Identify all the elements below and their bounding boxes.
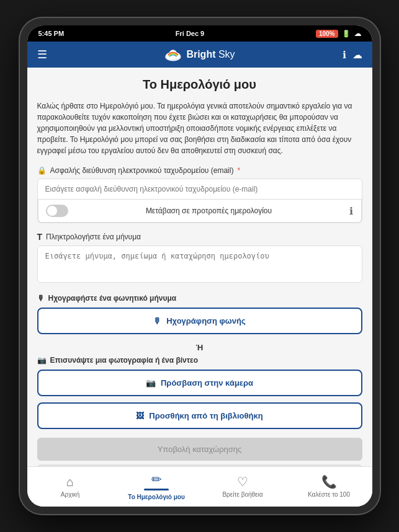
help-icon: ♡ [237, 474, 248, 489]
cloud-header-icon[interactable]: ☁ [352, 49, 362, 61]
main-content: Το Ημερολόγιό μου Καλώς ήρθατε στο Ημερο… [27, 68, 372, 466]
record-audio-button[interactable]: 🎙 Ηχογράφηση φωνής [37, 308, 362, 334]
library-btn-icon: 🖼 [136, 411, 144, 420]
library-btn-label: Προσθήκη από τη βιβλιοθήκη [149, 411, 262, 420]
text-label: T Πληκτρολογήστε ένα μήνυμα [37, 232, 362, 242]
photo-label: 📷 Επισυνάψτε μια φωτογραφία ή ένα βίντεο [37, 356, 362, 365]
text-icon: T [37, 232, 43, 242]
battery-icon: 🔋 [342, 30, 351, 38]
lock-icon: 🔒 [37, 166, 47, 175]
audio-label: 🎙 Ηχογραφήστε ένα φωνητικό μήνυμα [37, 294, 362, 303]
library-button[interactable]: 🖼 Προσθήκη από τη βιβλιοθήκη [37, 402, 362, 429]
toggle-knob [47, 206, 57, 216]
camera-label-icon: 📷 [37, 356, 47, 365]
brand-thin: Sky [215, 49, 235, 60]
text-message-section: T Πληκτρολογήστε ένα μήνυμα [37, 232, 362, 285]
mic-btn-icon: 🎙 [153, 316, 161, 326]
status-time: 5:45 PM [38, 30, 65, 37]
home-icon: ⌂ [66, 475, 74, 489]
email-input[interactable] [38, 179, 362, 200]
journal-toggle[interactable] [46, 205, 68, 217]
mic-icon: 🎙 [37, 294, 45, 303]
text-message-input[interactable] [37, 246, 362, 283]
email-label: 🔒 Ασφαλής διεύθυνση ηλεκτρονικού ταχυδρο… [37, 166, 362, 175]
camera-btn-icon: 📷 [146, 378, 156, 388]
info-header-icon[interactable]: ℹ [343, 49, 346, 61]
nav-label-home: Αρχική [61, 491, 79, 498]
brand-bold: Bright [186, 49, 215, 60]
intro-text: Καλώς ήρθατε στο Ημερολόγιό μου. Τα ημερ… [37, 100, 362, 156]
photo-section: 📷 Επισυνάψτε μια φωτογραφία ή ένα βίντεο… [37, 356, 362, 429]
nav-item-call[interactable]: 📞 Καλέστε το 100 [286, 474, 372, 498]
nav-label-call: Καλέστε το 100 [308, 491, 350, 498]
app-title: Bright Sky [186, 49, 235, 60]
or-divider: Ή [37, 343, 362, 352]
nav-label-journal: Το Ημερολόγιό μου [128, 494, 184, 500]
journal-icon: ✏ [151, 472, 162, 487]
status-bar: 5:45 PM Fri Dec 9 100% 🔋 ☁ [27, 25, 372, 42]
status-date: Fri Dec 9 [176, 30, 204, 37]
toggle-row: Μετάβαση σε προτροπές ημερολογίου ℹ [38, 200, 362, 223]
bottom-nav: ⌂ Αρχική ✏ Το Ημερολόγιό μου ♡ Βρείτε βο… [27, 466, 372, 507]
call-icon: 📞 [321, 474, 337, 489]
nav-item-home[interactable]: ⌂ Αρχική [27, 475, 114, 498]
app-logo-icon [164, 46, 181, 63]
camera-button[interactable]: 📷 Πρόσβαση στην κάμερα [37, 370, 362, 396]
submit-section: Υποβολή καταχώρησης Διαγραφή καταχώρησης [37, 438, 362, 466]
camera-btn-label: Πρόσβαση στην κάμερα [161, 378, 253, 388]
nav-item-help[interactable]: ♡ Βρείτε βοήθεια [200, 474, 286, 498]
cloud-status-icon: ☁ [354, 30, 361, 38]
nav-active-indicator [144, 489, 169, 490]
battery-indicator: 100% [316, 30, 338, 38]
submit-button[interactable]: Υποβολή καταχώρησης [37, 438, 362, 461]
hamburger-menu-icon[interactable]: ☰ [37, 48, 47, 61]
toggle-info-icon[interactable]: ℹ [349, 205, 353, 217]
audio-section: 🎙 Ηχογραφήστε ένα φωνητικό μήνυμα 🎙 Ηχογ… [37, 294, 362, 334]
record-audio-label: Ηχογράφηση φωνής [166, 316, 246, 326]
nav-label-help: Βρείτε βοήθεια [222, 491, 262, 498]
toggle-label: Μετάβαση σε προτροπές ημερολογίου [146, 206, 272, 215]
app-header: ☰ Bright Sky [27, 42, 372, 68]
nav-item-journal[interactable]: ✏ Το Ημερολόγιό μου [114, 472, 200, 500]
page-title: Το Ημερολόγιό μου [37, 78, 362, 92]
email-section: 🔒 Ασφαλής διεύθυνση ηλεκτρονικού ταχυδρο… [37, 166, 362, 223]
email-wrapper: Μετάβαση σε προτροπές ημερολογίου ℹ [37, 179, 362, 223]
required-marker: * [237, 166, 240, 175]
